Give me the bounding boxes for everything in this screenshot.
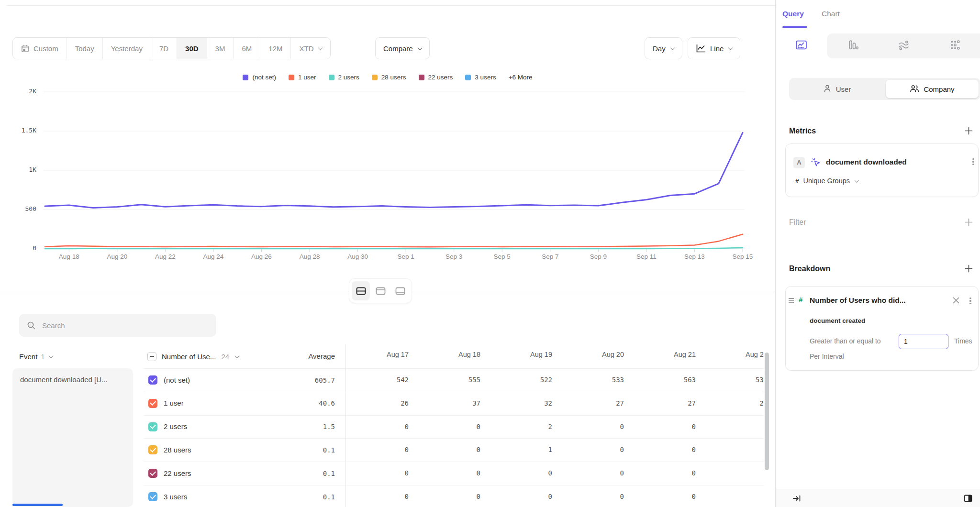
row-checkbox[interactable] <box>148 422 157 431</box>
table-horizontal-scrollbar[interactable] <box>12 504 63 506</box>
add-breakdown-button[interactable] <box>964 264 974 274</box>
date-preset-today[interactable]: Today <box>67 38 103 59</box>
chart-type-dropdown[interactable]: Line <box>688 37 740 59</box>
x-axis-label: Sep 13 <box>678 253 711 260</box>
drag-handle-icon[interactable] <box>789 298 794 303</box>
collapse-panel-icon[interactable] <box>792 494 802 505</box>
aggregation-prefix: # <box>795 177 799 185</box>
metric-menu-button[interactable] <box>969 157 977 166</box>
toggle-user[interactable]: User <box>789 78 885 100</box>
interval-label: Day <box>653 44 666 53</box>
date-preset-30d[interactable]: 30D <box>177 38 207 59</box>
toggle-user-label: User <box>836 85 851 93</box>
add-filter-button[interactable] <box>964 218 974 227</box>
legend-swatch <box>419 75 424 80</box>
y-axis-label: 0 <box>7 244 36 253</box>
row-checkbox[interactable] <box>148 445 157 454</box>
metric-card[interactable]: A document downloaded # Unique Groups <box>785 143 979 197</box>
row-label: (not set) <box>164 375 190 386</box>
group-column-header[interactable]: Number of Use... 24 <box>147 348 239 364</box>
date-preset-label: Custom <box>33 44 58 53</box>
chart-and-table-area: CustomTodayYesterday7D30D3M6M12MXTD Comp… <box>0 0 775 507</box>
breakdown-menu-button[interactable] <box>967 296 974 306</box>
x-axis-label: Aug 30 <box>341 253 375 260</box>
legend-item[interactable]: (not set) <box>243 74 276 81</box>
chart-type-label: Line <box>710 44 724 53</box>
tab-query[interactable]: Query <box>782 10 804 18</box>
legend-label: (not set) <box>252 74 276 81</box>
x-axis-label: Aug 22 <box>148 253 182 260</box>
x-axis-label: Sep 11 <box>630 253 663 260</box>
top-panel-view-button[interactable] <box>371 281 390 300</box>
panel-layout-icon[interactable] <box>963 494 973 505</box>
date-preset-label: Today <box>75 44 94 53</box>
table-date-header: Aug 20 <box>566 344 637 364</box>
table-rows: (not set)605.71 user40.62 users1.528 use… <box>0 368 775 507</box>
select-all-checkbox[interactable] <box>147 352 156 361</box>
flow-stream-icon <box>898 39 910 53</box>
split-view-button[interactable] <box>352 281 370 300</box>
legend-item[interactable]: 3 users <box>465 74 496 81</box>
row-checkbox[interactable] <box>148 375 157 385</box>
legend-swatch <box>465 75 471 80</box>
active-tab-indicator <box>782 26 807 28</box>
legend-item[interactable]: 1 user <box>289 74 316 81</box>
date-preset-12m[interactable]: 12M <box>260 38 291 59</box>
y-axis-label: 1.5K <box>7 127 36 135</box>
event-count: 1 <box>41 353 45 361</box>
legend-swatch <box>289 75 294 80</box>
row-checkbox[interactable] <box>148 492 157 501</box>
more-chart-types-tab[interactable] <box>929 33 980 58</box>
grid-dots-icon <box>949 39 961 53</box>
event-column-header[interactable]: Event 1 <box>19 348 53 364</box>
group-count: 24 <box>221 353 229 361</box>
row-label: 22 users <box>164 468 191 479</box>
date-preset-custom[interactable]: Custom <box>13 38 67 59</box>
date-preset-3m[interactable]: 3M <box>207 38 234 59</box>
date-preset-6m[interactable]: 6M <box>234 38 260 59</box>
date-preset-xtd[interactable]: XTD <box>291 38 330 59</box>
breakdown-title: Number of Users who did... <box>810 296 948 305</box>
analytics-dashboard: CustomTodayYesterday7D30D3M6M12MXTD Comp… <box>0 0 980 507</box>
tab-chart[interactable]: Chart <box>822 10 840 18</box>
row-checkbox[interactable] <box>148 469 157 478</box>
chart-legend: (not set)1 user2 users28 users22 users3 … <box>0 74 775 81</box>
interval-dropdown[interactable]: Day <box>645 37 682 59</box>
line-chart[interactable] <box>43 88 745 256</box>
search-input[interactable] <box>19 314 216 337</box>
y-axis-label: 1K <box>7 166 36 175</box>
close-icon[interactable] <box>952 297 960 304</box>
bar-chart-tab[interactable] <box>827 33 878 58</box>
date-preset-yesterday[interactable]: Yesterday <box>103 38 151 59</box>
metric-letter-badge: A <box>793 157 805 168</box>
legend-label: 1 user <box>298 74 316 81</box>
search-icon <box>27 321 36 332</box>
compare-label: Compare <box>383 44 413 53</box>
row-label: 3 users <box>164 492 187 502</box>
row-label: 2 users <box>164 421 187 432</box>
x-axis-label: Aug 26 <box>245 253 278 260</box>
aggregation-dropdown[interactable]: # Unique Groups <box>795 177 858 185</box>
toggle-company[interactable]: Company <box>886 80 979 98</box>
table-vertical-scrollbar[interactable] <box>765 353 769 470</box>
row-separator <box>144 438 764 439</box>
row-average: 0.1 <box>268 445 335 455</box>
legend-item[interactable]: 2 users <box>329 74 359 81</box>
flow-chart-tab[interactable] <box>878 33 929 58</box>
y-axis-label: 2K <box>7 88 36 96</box>
legend-more-button[interactable]: +6 More <box>509 74 533 81</box>
date-preset-label: 7D <box>159 44 168 53</box>
row-checkbox[interactable] <box>148 399 157 408</box>
bottom-panel-view-button[interactable] <box>391 281 409 300</box>
group-property-icon: # <box>799 296 802 304</box>
breakdown-card[interactable]: # Number of Users who did... document cr… <box>785 286 979 371</box>
add-metric-button[interactable] <box>964 126 974 136</box>
legend-item[interactable]: 28 users <box>372 74 406 81</box>
breakdown-value-input[interactable] <box>899 334 948 349</box>
legend-item[interactable]: 22 users <box>419 74 453 81</box>
company-icon <box>910 84 919 94</box>
insights-chart-tab[interactable] <box>776 33 827 58</box>
compare-button[interactable]: Compare <box>375 37 430 59</box>
date-preset-7d[interactable]: 7D <box>151 38 177 59</box>
line-chart-icon <box>696 44 706 53</box>
